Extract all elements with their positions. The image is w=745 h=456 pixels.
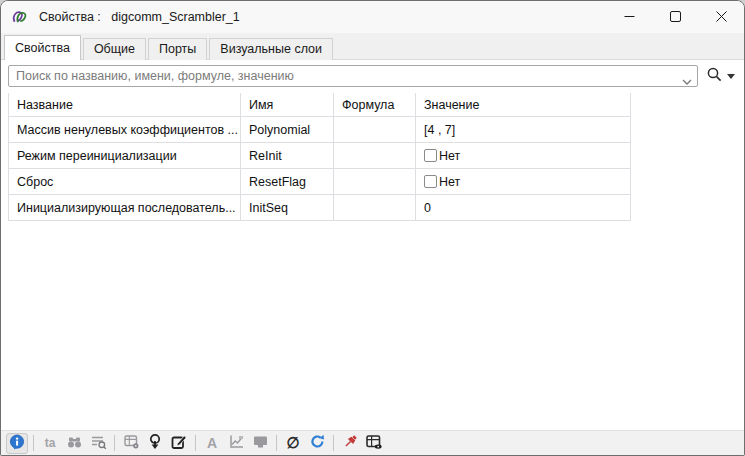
param-id-cell: Polynomial — [241, 117, 334, 142]
refresh-icon — [309, 433, 326, 453]
param-id-cell: InitSeq — [241, 195, 334, 220]
font-button[interactable]: A — [201, 433, 223, 454]
table-visibility-button[interactable] — [363, 433, 385, 454]
param-name-cell: Инициализирующая последователь... — [9, 195, 241, 220]
maximize-icon — [670, 10, 681, 25]
param-value-cell[interactable]: Нет — [416, 143, 631, 168]
pin-icon — [342, 433, 359, 453]
search-icon — [706, 66, 723, 86]
table-row[interactable]: Сброс ResetFlag Нет — [9, 169, 631, 195]
rename-icon: ta — [45, 436, 56, 450]
edit-icon — [170, 433, 188, 454]
pin-button[interactable] — [339, 433, 361, 454]
search-options-arrow-icon — [727, 74, 735, 79]
tab-general[interactable]: Общие — [83, 38, 146, 60]
param-formula-cell[interactable] — [334, 195, 416, 220]
toolbar-separator — [114, 435, 115, 451]
search-row — [8, 64, 737, 88]
window-title: Свойства : digcomm_Scrambler_1 — [39, 10, 240, 24]
table-row[interactable]: Режим переинициализации ReInit Нет — [9, 143, 631, 169]
app-logo-icon — [11, 8, 29, 26]
screen-button[interactable] — [249, 433, 271, 454]
search-input[interactable] — [8, 65, 698, 87]
edit-button[interactable] — [168, 433, 190, 454]
checkbox[interactable] — [424, 149, 437, 162]
chevron-down-icon[interactable] — [682, 72, 692, 80]
close-button[interactable] — [698, 1, 744, 33]
tab-content: Название Имя Формула Значение Массив нен… — [1, 60, 744, 430]
column-header-name: Название — [9, 93, 241, 116]
titlebar: Свойства : digcomm_Scrambler_1 — [1, 1, 744, 33]
close-icon — [716, 10, 727, 25]
param-formula-cell[interactable] — [334, 117, 416, 142]
table-header-row: Название Имя Формула Значение — [9, 93, 631, 117]
param-name-cell: Массив ненулевых коэффициентов ... — [9, 117, 241, 142]
find-button[interactable] — [63, 433, 85, 454]
toolbar-separator — [195, 435, 196, 451]
param-id-cell: ResetFlag — [241, 169, 334, 194]
table-settings-button[interactable] — [120, 433, 142, 454]
chart-icon — [228, 433, 245, 453]
info-button[interactable] — [6, 433, 28, 454]
checkbox-label: Нет — [439, 175, 460, 189]
param-value-cell[interactable]: Нет — [416, 169, 631, 194]
search-list-icon — [90, 433, 107, 453]
maximize-button[interactable] — [652, 1, 698, 33]
tab-strip: Свойства Общие Порты Визуальные слои — [1, 33, 744, 60]
table-settings-icon — [123, 433, 140, 453]
empty-set-icon: ∅ — [286, 434, 299, 452]
param-formula-cell[interactable] — [334, 143, 416, 168]
bottom-toolbar: ta — [1, 430, 744, 455]
empty-set-button[interactable]: ∅ — [282, 433, 304, 454]
table-row[interactable]: Инициализирующая последователь... InitSe… — [9, 195, 631, 221]
parameters-table: Название Имя Формула Значение Массив нен… — [8, 93, 631, 221]
chart-button[interactable] — [225, 433, 247, 454]
properties-window: Свойства : digcomm_Scrambler_1 Свойства … — [0, 0, 745, 456]
search-button[interactable] — [698, 64, 737, 88]
tab-properties[interactable]: Свойства — [4, 35, 81, 60]
checkbox-label: Нет — [439, 149, 460, 163]
find-icon — [66, 433, 83, 453]
toolbar-separator — [33, 435, 34, 451]
column-header-value: Значение — [416, 93, 631, 116]
font-icon: A — [207, 435, 217, 451]
import-button[interactable] — [144, 433, 166, 454]
screen-icon — [252, 433, 269, 453]
tab-ports[interactable]: Порты — [148, 38, 207, 60]
column-header-formula: Формула — [334, 93, 416, 116]
search-list-button[interactable] — [87, 433, 109, 454]
rename-button[interactable]: ta — [39, 433, 61, 454]
minimize-icon — [624, 10, 635, 25]
param-name-cell: Режим переинициализации — [9, 143, 241, 168]
table-row[interactable]: Массив ненулевых коэффициентов ... Polyn… — [9, 117, 631, 143]
minimize-button[interactable] — [606, 1, 652, 33]
checkbox[interactable] — [424, 175, 437, 188]
refresh-button[interactable] — [306, 433, 328, 454]
param-id-cell: ReInit — [241, 143, 334, 168]
tab-visual-layers[interactable]: Визуальные слои — [209, 38, 333, 60]
table-visibility-icon — [365, 433, 383, 454]
param-name-cell: Сброс — [9, 169, 241, 194]
empty-area — [8, 221, 737, 430]
param-value-cell[interactable]: [4 , 7] — [416, 117, 631, 142]
toolbar-separator — [333, 435, 334, 451]
param-formula-cell[interactable] — [334, 169, 416, 194]
info-icon — [9, 434, 25, 453]
import-icon — [146, 433, 164, 454]
search-input-wrap — [8, 65, 698, 87]
param-value-cell[interactable]: 0 — [416, 195, 631, 220]
column-header-id: Имя — [241, 93, 334, 116]
toolbar-separator — [276, 435, 277, 451]
